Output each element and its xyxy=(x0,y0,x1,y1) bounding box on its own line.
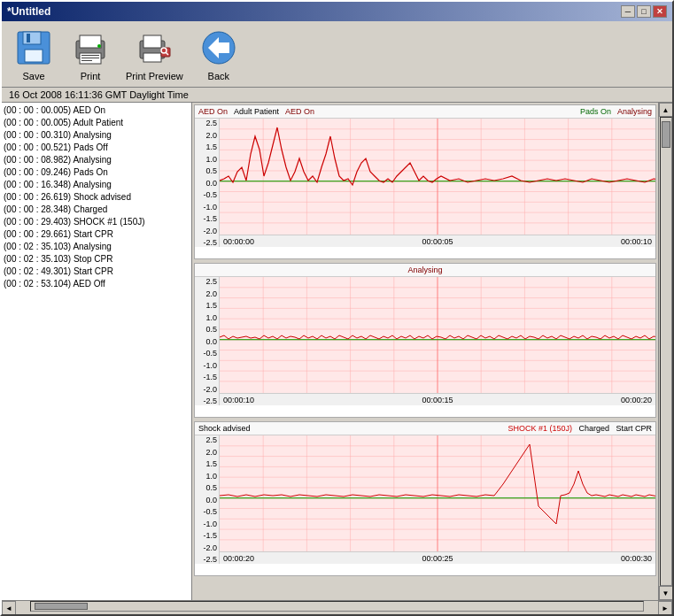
svg-rect-9 xyxy=(81,60,92,61)
back-icon xyxy=(198,27,240,69)
print-preview-button[interactable]: Print Preview xyxy=(122,25,187,83)
chart3-grid xyxy=(220,435,655,551)
main-content: (00 : 00 : 00.005) AED On(00 : 00 : 00.0… xyxy=(2,103,672,600)
chart3-x-right: 00:00:30 xyxy=(621,554,652,563)
svg-rect-20 xyxy=(219,42,229,53)
chart3-header-left: Shock advised xyxy=(198,424,251,433)
list-item: (00 : 02 : 53.104) AED Off xyxy=(4,278,190,290)
chart2-grid xyxy=(220,277,655,393)
status-bar: 16 Oct 2008 16:11:36 GMT Daylight Time xyxy=(2,88,672,103)
title-bar-buttons: ─ □ ✕ xyxy=(621,5,667,18)
title-bar: *Untitled ─ □ ✕ xyxy=(2,2,672,21)
svg-rect-8 xyxy=(81,58,99,58)
vscroll-track[interactable] xyxy=(660,117,672,586)
hscroll-left-button[interactable]: ◄ xyxy=(2,601,16,615)
event-log[interactable]: (00 : 00 : 00.005) AED On(00 : 00 : 00.0… xyxy=(2,103,192,600)
hscroll-thumb[interactable] xyxy=(35,603,88,610)
print-icon xyxy=(69,27,112,69)
save-label: Save xyxy=(22,71,44,81)
list-item: (00 : 02 : 35.103) Stop CPR xyxy=(4,253,190,266)
svg-rect-13 xyxy=(143,53,161,62)
svg-rect-7 xyxy=(81,55,99,56)
maximize-button[interactable]: □ xyxy=(637,5,651,18)
chart1-x-left: 00:00:00 xyxy=(223,237,254,246)
svg-point-10 xyxy=(97,44,101,48)
chart1-header-right: Pads On Analysing xyxy=(580,107,652,116)
list-item: (00 : 00 : 28.348) Charged xyxy=(4,204,190,216)
chart1-y-axis: 2.52.01.51.00.5 0.0-0.5-1.0-1.5-2.0-2.5 xyxy=(195,119,220,247)
toolbar: Save Print xyxy=(2,21,672,88)
list-item: (00 : 00 : 00.005) Adult Patient xyxy=(4,117,190,129)
chart1-grid xyxy=(220,119,655,235)
hscroll-right-button[interactable]: ► xyxy=(658,601,672,615)
list-item: (00 : 00 : 09.246) Pads On xyxy=(4,166,190,179)
chart2-x-axis: 00:00:10 00:00:15 00:00:20 xyxy=(220,393,655,405)
chart1-header-left: AED On Adult Patient AED On xyxy=(198,107,314,116)
chart-panel-1: AED On Adult Patient AED On Pads On Anal… xyxy=(194,104,656,259)
list-item: (00 : 00 : 00.521) Pads Off xyxy=(4,142,190,154)
vscroll-down-button[interactable]: ▼ xyxy=(659,586,673,600)
back-button[interactable]: Back xyxy=(194,25,244,83)
chart3-x-mid: 00:00:25 xyxy=(422,554,453,563)
chart2-x-right: 00:00:20 xyxy=(621,396,652,404)
chart3-x-left: 00:00:20 xyxy=(223,554,254,563)
vscroll-thumb[interactable] xyxy=(662,121,670,148)
chart2-x-left: 00:00:10 xyxy=(223,396,254,404)
main-window: *Untitled ─ □ ✕ Save xyxy=(0,0,674,616)
datetime-text: 16 Oct 2008 16:11:36 GMT Daylight Time xyxy=(9,89,189,100)
chart1-x-mid: 00:00:05 xyxy=(422,237,453,246)
back-label: Back xyxy=(208,71,229,81)
svg-rect-12 xyxy=(143,35,161,48)
print-preview-icon xyxy=(133,27,175,69)
chart-panel-3: Shock advised SHOCK #1 (150J) Charged St… xyxy=(194,421,656,576)
chart1-x-right: 00:00:10 xyxy=(621,237,652,246)
list-item: (00 : 00 : 29.661) Start CPR xyxy=(4,228,190,241)
chart3-inner: 00:00:20 00:00:25 00:00:30 xyxy=(220,435,655,564)
print-button[interactable]: Print xyxy=(66,25,115,83)
svg-rect-1 xyxy=(23,32,41,44)
charts-area: AED On Adult Patient AED On Pads On Anal… xyxy=(192,103,658,600)
vscroll-up-button[interactable]: ▲ xyxy=(659,103,673,117)
svg-rect-3 xyxy=(27,34,30,42)
list-item: (00 : 00 : 16.348) Analysing xyxy=(4,179,190,191)
chart3-x-axis: 00:00:20 00:00:25 00:00:30 xyxy=(220,551,655,564)
chart1-inner: 00:00:00 00:00:05 00:00:10 xyxy=(220,119,655,247)
minimize-button[interactable]: ─ xyxy=(621,5,635,18)
close-button[interactable]: ✕ xyxy=(653,5,667,18)
list-item: (00 : 02 : 35.103) Analysing xyxy=(4,241,190,253)
chart1-x-axis: 00:00:00 00:00:05 00:00:10 xyxy=(220,235,655,247)
print-label: Print xyxy=(81,71,101,81)
list-item: (00 : 00 : 08.982) Analysing xyxy=(4,154,190,166)
chart2-inner: 00:00:10 00:00:15 00:00:20 xyxy=(220,277,655,405)
hscroll-track[interactable] xyxy=(30,601,644,612)
chart3-header-right: SHOCK #1 (150J) Charged Start CPR xyxy=(507,424,652,433)
save-icon xyxy=(12,27,55,69)
window-title: *Untitled xyxy=(7,5,50,18)
vertical-scrollbar[interactable]: ▲ ▼ xyxy=(658,103,672,600)
list-item: (00 : 00 : 29.403) SHOCK #1 (150J) xyxy=(4,216,190,228)
list-item: (00 : 00 : 00.005) AED On xyxy=(4,104,190,117)
bottom-bar: ◄ ► xyxy=(2,600,672,614)
chart-panel-2: Analysing 2.52.01.51.00.5 0.0-0.5-1.0-1.… xyxy=(194,263,656,418)
chart2-y-axis: 2.52.01.51.00.5 0.0-0.5-1.0-1.5-2.0-2.5 xyxy=(195,277,220,405)
list-item: (00 : 00 : 26.619) Shock advised xyxy=(4,191,190,204)
list-item: (00 : 02 : 49.301) Start CPR xyxy=(4,266,190,278)
print-preview-label: Print Preview xyxy=(126,71,183,81)
save-button[interactable]: Save xyxy=(9,25,58,83)
chart3-y-axis: 2.52.01.51.00.5 0.0-0.5-1.0-1.5-2.0-2.5 xyxy=(195,435,220,564)
chart2-x-mid: 00:00:15 xyxy=(422,396,453,404)
list-item: (00 : 00 : 00.310) Analysing xyxy=(4,129,190,142)
svg-rect-2 xyxy=(25,50,43,62)
chart2-header-center: Analysing xyxy=(407,266,442,274)
